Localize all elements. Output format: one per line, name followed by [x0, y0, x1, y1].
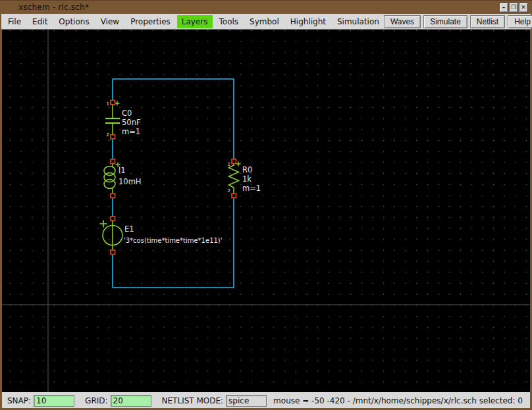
- plus-polarity-icon: [100, 220, 107, 228]
- menu-item-symbol[interactable]: Symbol: [245, 15, 284, 28]
- menu-bar: File Edit Options View Properties Layers…: [1, 14, 531, 30]
- pin-number: 1: [107, 101, 109, 107]
- pin[interactable]: [232, 159, 236, 164]
- window-title: xschem - rlc.sch*: [0, 3, 89, 12]
- component-mult-label: m=1: [122, 127, 140, 136]
- grid-label: GRID:: [85, 396, 107, 405]
- mouse-info: mouse = -50 -420 - /mnt/x/home/schippes/…: [273, 396, 523, 405]
- pin[interactable]: [232, 193, 236, 198]
- menu-item-simulation[interactable]: Simulation: [332, 15, 384, 28]
- netlist-mode-label: NETLIST MODE:: [162, 396, 224, 405]
- menu-item-tools[interactable]: Tools: [215, 15, 244, 28]
- component-mult-label: m=1: [242, 184, 261, 193]
- component-ref-label: R0: [242, 165, 252, 174]
- component-value-label: 50nF: [122, 118, 141, 127]
- maximize-button[interactable]: ❒: [509, 3, 518, 13]
- snap-input[interactable]: [34, 395, 74, 407]
- component-ref-label: E1: [124, 224, 134, 234]
- menu-item-file[interactable]: File: [3, 15, 26, 28]
- component-resistor-r0[interactable]: 1 2 R0 1k m=1: [228, 159, 261, 198]
- pin-number: 1: [228, 162, 230, 167]
- help-button[interactable]: Help: [508, 15, 532, 28]
- component-ref-label: l1: [119, 166, 126, 175]
- status-bar: SNAP: GRID: NETLIST MODE: mouse = -50 -4…: [2, 392, 530, 408]
- title-bar[interactable]: xschem - rlc.sch* – ❒ ✕: [0, 0, 532, 14]
- simulate-button[interactable]: Simulate: [423, 15, 467, 28]
- schematic-drawing[interactable]: 1 2 C0 50nF m=1 l1 10mH: [2, 30, 530, 392]
- menu-item-highlight[interactable]: Highlight: [286, 15, 331, 28]
- pin[interactable]: [111, 193, 115, 198]
- netlist-mode-input[interactable]: [226, 395, 267, 407]
- netlist-button[interactable]: Netlist: [470, 15, 505, 28]
- component-vsource-e1[interactable]: E1 '3*cos(time*time*time*1e11)': [100, 217, 223, 255]
- pin-number: 2: [228, 188, 230, 193]
- xschem-window: xschem - rlc.sch* – ❒ ✕ File Edit Option…: [0, 0, 532, 410]
- plus-polarity-icon: [236, 162, 241, 167]
- component-capacitor-c0[interactable]: 1 2 C0 50nF m=1: [105, 101, 141, 140]
- plus-polarity-icon: [115, 101, 120, 106]
- menu-item-view[interactable]: View: [96, 15, 124, 28]
- component-ref-label: C0: [122, 109, 132, 118]
- minimize-button[interactable]: –: [499, 3, 508, 13]
- waves-button[interactable]: Waves: [384, 15, 421, 28]
- menu-item-options[interactable]: Options: [54, 15, 93, 28]
- pin-number: 2: [107, 132, 109, 138]
- schematic-canvas[interactable]: 1 2 C0 50nF m=1 l1 10mH: [2, 30, 530, 392]
- menu-item-layers[interactable]: Layers: [177, 15, 213, 28]
- component-value-label: 10mH: [119, 177, 141, 186]
- snap-label: SNAP:: [7, 396, 31, 405]
- menu-item-properties[interactable]: Properties: [126, 15, 175, 28]
- window-controls: – ❒ ✕: [499, 3, 528, 13]
- close-button[interactable]: ✕: [519, 3, 528, 13]
- component-value-label: '3*cos(time*time*time*1e11)': [124, 237, 223, 244]
- component-inductor-l1[interactable]: l1 10mH: [104, 159, 141, 198]
- menu-item-edit[interactable]: Edit: [28, 15, 52, 28]
- grid-input[interactable]: [111, 395, 151, 407]
- component-value-label: 1k: [242, 174, 252, 184]
